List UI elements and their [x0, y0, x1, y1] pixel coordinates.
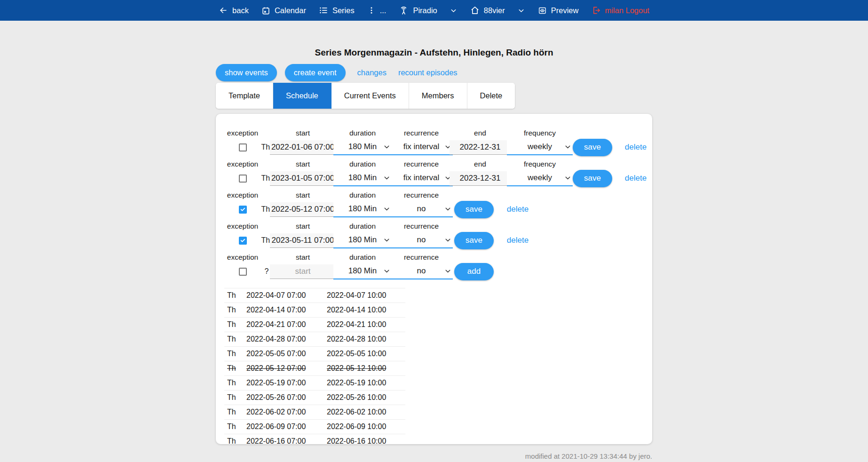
start-input[interactable]	[270, 264, 336, 279]
main-content: Series Morgenmagazin - Aufstehn, Hinlege…	[216, 48, 652, 460]
tab-current-events[interactable]: Current Events	[331, 83, 409, 109]
event-day: Th	[227, 393, 246, 402]
save-button[interactable]: save	[573, 139, 612, 156]
exception-checkbox[interactable]	[239, 268, 247, 276]
recount-episodes-link[interactable]: recount episodes	[398, 68, 458, 77]
start-input[interactable]	[270, 233, 336, 248]
nav-calendar-label: Calendar	[275, 6, 306, 15]
tab-delete[interactable]: Delete	[467, 83, 515, 109]
start-input[interactable]	[270, 171, 336, 186]
save-button[interactable]: save	[454, 201, 494, 218]
start-label: start	[296, 157, 310, 168]
logout-icon	[591, 6, 600, 15]
exception-checkbox[interactable]	[239, 206, 247, 214]
schedule-row: exception ?startduration180 Minrecurrenc…	[216, 250, 652, 281]
duration-cell: duration180 Min	[333, 250, 392, 281]
event-row: Th2022-05-26 07:002022-05-26 10:00	[224, 390, 405, 405]
duration-select[interactable]: 180 Min	[333, 171, 392, 186]
changes-link[interactable]: changes	[357, 68, 387, 77]
start-label: start	[296, 126, 310, 137]
action-cell: save	[454, 188, 494, 219]
start-cell: start	[270, 188, 336, 219]
chevron-down-icon	[444, 205, 452, 213]
delete-link[interactable]: delete	[625, 174, 647, 183]
recurrence-select[interactable]: no	[390, 202, 453, 217]
duration-select[interactable]: 180 Min	[333, 140, 392, 155]
recurrence-select-value: no	[417, 235, 426, 245]
delete-link[interactable]: delete	[507, 205, 529, 214]
duration-select[interactable]: 180 Min	[333, 202, 392, 217]
end-input[interactable]	[450, 140, 511, 155]
start-input[interactable]	[270, 140, 336, 155]
event-row: Th2022-04-21 07:002022-04-21 10:00	[224, 317, 405, 332]
event-end: 2022-04-21 10:00	[327, 320, 405, 329]
action-cell: save	[573, 126, 612, 157]
recurrence-select[interactable]: fix interval	[390, 171, 453, 186]
exception-label: exception	[227, 188, 258, 199]
nav-station[interactable]: 88vier	[470, 6, 525, 15]
frequency-select[interactable]: weekly	[507, 171, 573, 186]
home-icon	[470, 6, 480, 15]
chevron-down-icon[interactable]	[517, 7, 525, 15]
schedule-row: exception Th,startduration180 Minrecurre…	[216, 219, 652, 250]
action-cell: add	[454, 250, 494, 281]
end-input[interactable]	[450, 171, 511, 186]
event-end: 2022-04-07 10:00	[327, 291, 405, 300]
delete-link[interactable]: delete	[507, 236, 529, 245]
save-button[interactable]: save	[454, 232, 494, 249]
event-day: Th	[227, 291, 246, 300]
event-start: 2022-04-28 07:00	[246, 335, 327, 343]
end-cell: end	[450, 157, 511, 188]
exception-checkbox[interactable]	[239, 143, 247, 151]
calendar-icon	[261, 6, 270, 15]
start-label: start	[296, 250, 310, 262]
nav-back[interactable]: back	[219, 6, 249, 15]
nav-more[interactable]: ...	[367, 6, 387, 15]
nav-piradio[interactable]: Piradio	[399, 6, 457, 16]
nav-preview[interactable]: Preview	[538, 6, 579, 15]
top-nav: backCalendarSeries...Piradio88vierPrevie…	[0, 0, 868, 21]
event-end: 2022-05-05 10:00	[327, 350, 405, 358]
antenna-icon	[399, 6, 409, 16]
recurrence-select[interactable]: no	[390, 264, 453, 279]
frequency-select[interactable]: weekly	[507, 140, 573, 155]
exception-label: exception	[227, 126, 258, 137]
show-events-button[interactable]: show events	[216, 64, 277, 81]
nav-logout[interactable]: milan Logout	[591, 6, 649, 15]
create-event-button[interactable]: create event	[285, 64, 346, 81]
add-button[interactable]: add	[454, 263, 494, 280]
recurrence-select-value: no	[417, 204, 426, 214]
recurrence-select[interactable]: no	[390, 233, 453, 248]
end-label: end	[474, 157, 486, 168]
exception-checkbox[interactable]	[239, 175, 247, 183]
save-button[interactable]: save	[573, 170, 612, 187]
page-title: Series Morgenmagazin - Aufstehn, Hinlege…	[216, 48, 652, 58]
chevron-down-icon[interactable]	[450, 7, 458, 15]
frequency-label: frequency	[524, 126, 556, 137]
exception-checkbox[interactable]	[239, 237, 247, 245]
nav-series[interactable]: Series	[319, 6, 355, 15]
event-row: Th2022-05-05 07:002022-05-05 10:00	[224, 346, 405, 361]
chevron-down-icon	[564, 143, 572, 151]
tab-members[interactable]: Members	[409, 83, 467, 109]
duration-cell: duration180 Min	[333, 219, 392, 250]
duration-select[interactable]: 180 Min	[333, 233, 392, 248]
delete-cell: delete	[617, 126, 652, 157]
tab-template[interactable]: Template	[216, 83, 273, 109]
delete-link[interactable]: delete	[625, 143, 647, 152]
chevron-down-icon	[444, 236, 452, 244]
start-cell: start	[270, 157, 336, 188]
start-input[interactable]	[270, 202, 336, 217]
tab-schedule[interactable]: Schedule	[273, 83, 331, 109]
modified-footer: modified at 2021-10-29 13:34:44 by jero.	[216, 452, 652, 460]
recurrence-select[interactable]: fix interval	[390, 140, 453, 155]
preview-icon	[538, 6, 547, 15]
event-end: 2022-06-02 10:00	[327, 408, 405, 416]
nav-calendar[interactable]: Calendar	[261, 6, 306, 15]
duration-select[interactable]: 180 Min	[333, 264, 392, 279]
exception-label: exception	[227, 250, 258, 262]
event-end: 2022-06-09 10:00	[327, 422, 405, 431]
nav-station-label: 88vier	[484, 6, 505, 15]
duration-label: duration	[349, 157, 376, 168]
frequency-select-value: weekly	[528, 173, 552, 183]
